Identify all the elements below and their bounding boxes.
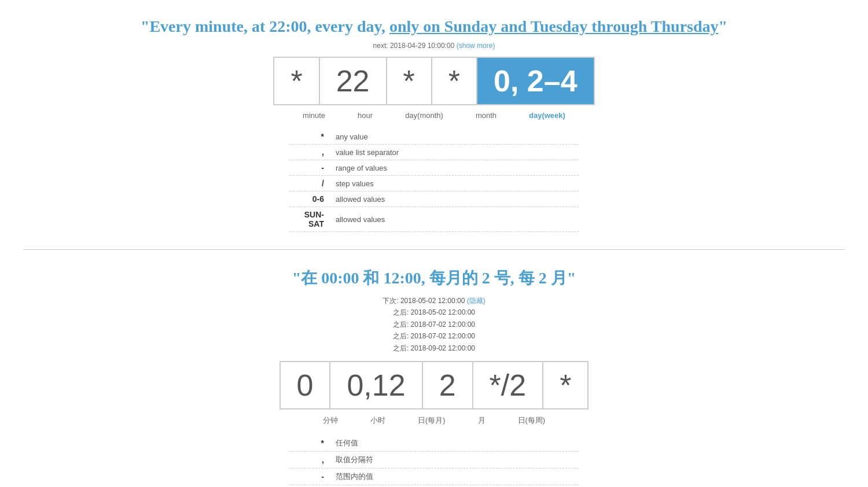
- legend-sym-dash: -: [289, 163, 336, 172]
- subsequent-3: 之后: 2018-07-02 12:00:00: [23, 330, 845, 342]
- legend-wrapper-1: * any value , value list separator - ran…: [23, 129, 845, 232]
- hide-link[interactable]: (隐藏): [467, 297, 486, 305]
- legend-row: , 取值分隔符: [289, 452, 579, 468]
- legend-sym-star: *: [289, 132, 336, 141]
- legend-desc-comma: value list separator: [336, 148, 399, 157]
- cron-part-minute: *: [274, 58, 319, 104]
- legend2-sym-comma: ,: [289, 455, 336, 464]
- title-link[interactable]: only on Sunday and Tuesday through Thurs…: [389, 17, 719, 35]
- section-1: "Every minute, at 22:00, every day, only…: [0, 0, 868, 249]
- section2-title: "在 00:00 和 12:00, 每月的 2 号, 每 2 月": [23, 267, 845, 289]
- cron-part2-day-week: *: [543, 362, 587, 408]
- legend-desc-sunsat: allowed values: [336, 215, 385, 224]
- legend-sym-06: 0-6: [289, 194, 336, 204]
- legend-row: SUN-SAT allowed values: [289, 207, 579, 232]
- cron-part-hour: 22: [320, 58, 387, 104]
- label-month: month: [459, 111, 513, 120]
- legend2-sym-dash: -: [289, 472, 336, 481]
- label-day-month: day(month): [389, 111, 459, 120]
- cron-labels-2: 分钟 小时 日(每月) 月 日(每周): [23, 415, 845, 426]
- label-day-week: day(week): [513, 111, 582, 120]
- legend-row: 0-6 allowed values: [289, 191, 579, 207]
- legend-desc-star: any value: [336, 132, 368, 141]
- cron-labels-1: minute hour day(month) month day(week): [23, 111, 845, 120]
- cron-box-2: 0 0,12 2 */2 *: [279, 361, 589, 409]
- legend-row: / step values: [289, 176, 579, 191]
- subsequent-4: 之后: 2018-09-02 12:00:00: [23, 342, 845, 354]
- legend-desc-06: allowed values: [336, 195, 385, 204]
- legend-wrapper-2: * 任何值 , 取值分隔符 - 范围内的值 / 步长: [23, 435, 845, 487]
- cron-part-day-month: *: [387, 58, 432, 104]
- legend-sym-sunsat: SUN-SAT: [289, 210, 336, 228]
- section-2: "在 00:00 和 12:00, 每月的 2 号, 每 2 月" 下次: 20…: [0, 250, 868, 487]
- legend-desc-dash: range of values: [336, 164, 387, 172]
- legend-row: * 任何值: [289, 435, 579, 452]
- label2-hour: 小时: [354, 415, 402, 426]
- label2-month: 月: [462, 415, 502, 426]
- legend2-desc-comma: 取值分隔符: [336, 455, 373, 465]
- legend2-desc-dash: 范围内的值: [336, 471, 373, 482]
- cron-box-wrapper-2: 0 0,12 2 */2 *: [23, 361, 845, 409]
- next-label-1: next: 2018-04-29 10:00:00: [373, 42, 455, 50]
- legend-table-1: * any value , value list separator - ran…: [289, 129, 579, 232]
- cron-part2-day-month: 2: [423, 362, 473, 408]
- cron-part2-hour: 0,12: [330, 362, 422, 408]
- label2-day-week: 日(每周): [502, 415, 562, 426]
- title-plain-end: ": [719, 17, 728, 35]
- legend-row: - 范围内的值: [289, 468, 579, 485]
- next-label-2: 下次: 2018-05-02 12:00:00 (隐藏): [23, 295, 845, 307]
- subsequent-1: 之后: 2018-05-02 12:00:00: [23, 307, 845, 318]
- section1-title: "Every minute, at 22:00, every day, only…: [23, 17, 845, 36]
- cron-part-month: *: [432, 58, 477, 104]
- legend-table-2: * 任何值 , 取值分隔符 - 范围内的值 / 步长: [289, 435, 579, 487]
- title-plain-start: "Every minute, at 22:00, every day,: [141, 17, 389, 35]
- subsequent-2: 之后: 2018-07-02 12:00:00: [23, 319, 845, 330]
- show-more-link[interactable]: (show more): [457, 42, 495, 50]
- label-hour: hour: [341, 111, 389, 120]
- legend-desc-slash: step values: [336, 179, 374, 188]
- cron-part2-minute: 0: [281, 362, 331, 408]
- next-info-1: next: 2018-04-29 10:00:00 (show more): [23, 42, 845, 50]
- legend-row: , value list separator: [289, 145, 579, 160]
- label-minute: minute: [286, 111, 341, 120]
- legend-row: - range of values: [289, 160, 579, 176]
- legend-sym-slash: /: [289, 179, 336, 188]
- legend2-sym-star: *: [289, 438, 336, 448]
- cron-box-wrapper-1: * 22 * * 0, 2–4: [23, 57, 845, 105]
- next-info-2: 下次: 2018-05-02 12:00:00 (隐藏) 之后: 2018-05…: [23, 295, 845, 354]
- legend2-desc-star: 任何值: [336, 438, 358, 448]
- cron-part2-month: */2: [473, 362, 544, 408]
- cron-part-day-week: 0, 2–4: [477, 58, 594, 104]
- legend-sym-comma: ,: [289, 147, 336, 157]
- cron-box-1: * 22 * * 0, 2–4: [273, 57, 594, 105]
- legend-row: * any value: [289, 129, 579, 145]
- label2-day-month: 日(每月): [402, 415, 462, 426]
- label2-minute: 分钟: [307, 415, 354, 426]
